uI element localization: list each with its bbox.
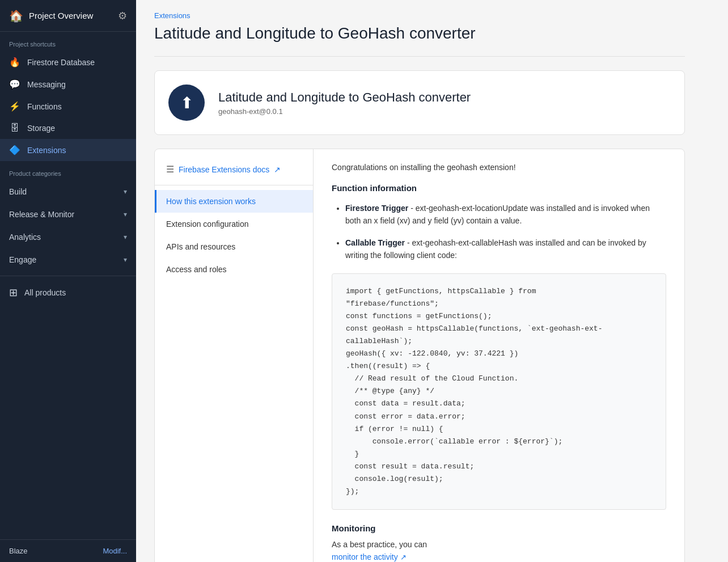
all-products-item[interactable]: ⊞ All products — [0, 281, 136, 305]
sidebar: 🏠 Project Overview ⚙ Project shortcuts 🔥… — [0, 0, 136, 562]
messaging-icon: 💬 — [9, 79, 20, 90]
docs-link[interactable]: ☰ Firebase Extensions docs ↗ — [155, 158, 313, 180]
sidebar-divider — [0, 276, 136, 276]
function-info-title: Function information — [332, 183, 666, 193]
monitoring-link-container: monitor the activity ↗ — [332, 552, 407, 561]
chevron-down-icon: ▾ — [124, 188, 127, 196]
nav-item-how-it-works[interactable]: How this extension works — [155, 190, 313, 213]
sidebar-item-label-storage: Storage — [27, 124, 55, 133]
sidebar-item-firestore[interactable]: 🔥 Firestore Database — [0, 51, 136, 73]
nav-label-how-it-works: How this extension works — [166, 197, 256, 206]
sidebar-item-label-messaging: Messaging — [27, 80, 66, 89]
monitoring-title: Monitoring — [332, 523, 666, 533]
sidebar-header: 🏠 Project Overview ⚙ — [0, 0, 136, 32]
breadcrumb[interactable]: Extensions — [154, 11, 685, 20]
category-release-label: Release & Monitor — [9, 210, 74, 219]
monitor-external-icon: ↗ — [400, 553, 407, 561]
extension-info: Latitude and Longitude to GeoHash conver… — [218, 90, 471, 116]
sidebar-bottom: Blaze Modif... — [0, 539, 136, 562]
shortcuts-label: Project shortcuts — [0, 32, 136, 51]
docs-label: Firebase Extensions docs — [179, 165, 269, 174]
extension-logo: ⬆ — [168, 84, 205, 121]
info-list: Firestore Trigger - ext-geohash-ext-loca… — [332, 202, 666, 262]
sidebar-item-label-extensions: Extensions — [27, 146, 66, 155]
page-divider — [154, 56, 685, 57]
content-nav: ☰ Firebase Extensions docs ↗ How this ex… — [155, 149, 314, 562]
modify-link[interactable]: Modif... — [103, 547, 127, 555]
extension-header-card: ⬆ Latitude and Longitude to GeoHash conv… — [154, 70, 685, 135]
nav-label-configuration: Extension configuration — [166, 219, 249, 229]
content-area: ☰ Firebase Extensions docs ↗ How this ex… — [154, 149, 685, 562]
external-link-icon: ↗ — [274, 165, 281, 174]
extension-logo-icon: ⬆ — [180, 94, 193, 112]
list-item-firestore: Firestore Trigger - ext-geohash-ext-loca… — [345, 202, 666, 227]
sidebar-item-label-functions: Functions — [27, 102, 62, 111]
sidebar-item-extensions[interactable]: 🔷 Extensions — [0, 139, 136, 161]
sidebar-category-analytics[interactable]: Analytics ▾ — [0, 226, 136, 248]
storage-icon: 🗄 — [9, 123, 20, 133]
nav-label-apis: APIs and resources — [166, 242, 235, 251]
category-analytics-label: Analytics — [9, 233, 41, 242]
list-item-callable: Callable Trigger - ext-geohash-ext-calla… — [345, 236, 666, 262]
sidebar-category-release-monitor[interactable]: Release & Monitor ▾ — [0, 203, 136, 226]
sidebar-item-functions[interactable]: ⚡ Functions — [0, 95, 136, 117]
content-main: Congratulations on installing the geohas… — [314, 149, 684, 562]
extension-card-title: Latitude and Longitude to GeoHash conver… — [218, 90, 471, 105]
category-engage-label: Engage — [9, 255, 36, 264]
nav-divider — [155, 185, 313, 185]
chevron-down-icon: ▾ — [124, 210, 127, 218]
blaze-label: Blaze — [9, 547, 28, 555]
callable-trigger-term: Callable Trigger — [345, 238, 405, 247]
functions-icon: ⚡ — [9, 101, 20, 112]
page-title: Latitude and Longitude to GeoHash conver… — [154, 24, 685, 43]
settings-icon[interactable]: ⚙ — [118, 10, 127, 22]
sidebar-header-left: 🏠 Project Overview — [9, 9, 93, 23]
sidebar-category-engage[interactable]: Engage ▾ — [0, 248, 136, 271]
sidebar-item-label-firestore: Firestore Database — [27, 58, 95, 67]
monitoring-text: As a best practice, you can — [332, 540, 666, 549]
chevron-down-icon: ▾ — [124, 233, 127, 241]
monitor-activity-link[interactable]: monitor the activity — [332, 552, 398, 561]
sidebar-item-storage[interactable]: 🗄 Storage — [0, 117, 136, 139]
firestore-trigger-term: Firestore Trigger — [345, 204, 408, 213]
home-icon[interactable]: 🏠 — [9, 9, 23, 23]
congrats-text: Congratulations on installing the geohas… — [332, 163, 666, 172]
extensions-icon: 🔷 — [9, 145, 20, 155]
nav-item-access[interactable]: Access and roles — [155, 258, 313, 281]
monitoring-section: Monitoring As a best practice, you can m… — [332, 523, 666, 562]
extension-version: geohash-ext@0.0.1 — [218, 107, 471, 116]
firestore-icon: 🔥 — [9, 57, 20, 67]
grid-icon: ⊞ — [9, 286, 18, 299]
doc-icon: ☰ — [166, 164, 174, 175]
code-block: import { getFunctions, httpsCallable } f… — [332, 273, 666, 510]
chevron-down-icon: ▾ — [124, 256, 127, 264]
nav-label-access: Access and roles — [166, 265, 227, 274]
sidebar-item-messaging[interactable]: 💬 Messaging — [0, 73, 136, 95]
category-build-label: Build — [9, 187, 27, 196]
nav-item-configuration[interactable]: Extension configuration — [155, 213, 313, 235]
sidebar-category-build[interactable]: Build ▾ — [0, 180, 136, 203]
project-title: Project Overview — [29, 11, 93, 20]
main-content: Extensions Latitude and Longitude to Geo… — [136, 0, 728, 562]
product-categories-label: Product categories — [0, 161, 136, 180]
all-products-label: All products — [24, 288, 66, 297]
nav-item-apis[interactable]: APIs and resources — [155, 235, 313, 258]
